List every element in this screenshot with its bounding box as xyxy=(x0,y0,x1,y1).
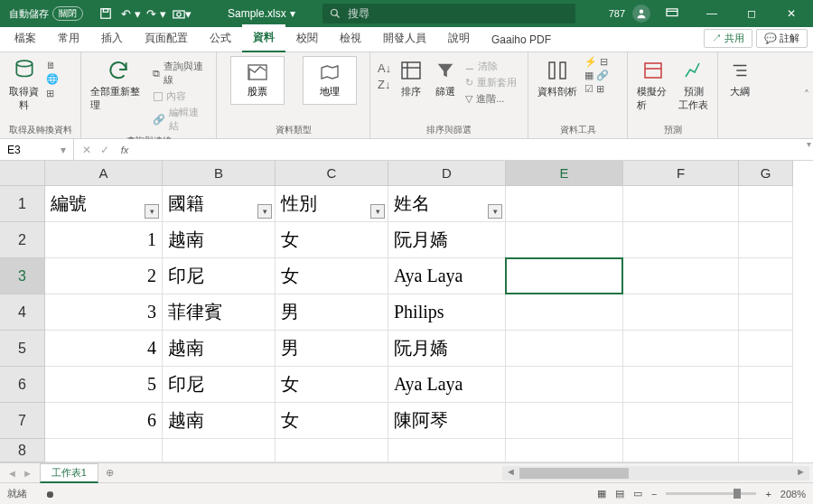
cell[interactable] xyxy=(506,439,623,462)
undo-icon[interactable]: ↶ ▾ xyxy=(121,4,141,23)
macro-record-icon[interactable]: ⏺ xyxy=(45,489,55,499)
text-to-columns[interactable]: 資料剖析 xyxy=(536,56,579,100)
user-id[interactable]: 787 xyxy=(605,8,629,19)
cell[interactable] xyxy=(506,258,623,294)
refresh-all-button[interactable]: 全部重新整理 xyxy=(89,56,147,114)
row-header[interactable]: 8 xyxy=(0,439,45,462)
cell[interactable]: 編號▾ xyxy=(45,186,163,222)
queries-connections[interactable]: ⧉ 查詢與連線 xyxy=(153,60,209,87)
cell[interactable]: 1 xyxy=(45,222,163,258)
tab-view[interactable]: 檢視 xyxy=(329,25,372,51)
cell[interactable]: 女 xyxy=(276,222,388,258)
filter-dropdown-icon[interactable]: ▾ xyxy=(257,204,272,219)
cell[interactable]: Aya Laya xyxy=(388,258,506,294)
tab-layout[interactable]: 頁面配置 xyxy=(134,25,199,51)
zoom-slider[interactable] xyxy=(666,492,756,495)
search-input[interactable]: 搜尋 xyxy=(322,4,575,23)
cell[interactable]: Philips xyxy=(388,294,506,331)
cell[interactable] xyxy=(739,439,793,462)
tab-developer[interactable]: 開發人員 xyxy=(372,25,437,51)
cell[interactable]: 印尼 xyxy=(163,367,276,403)
row-header[interactable]: 3 xyxy=(0,258,45,294)
cell[interactable] xyxy=(506,331,623,367)
col-header[interactable]: F xyxy=(623,161,739,186)
outline-button[interactable]: 大綱 xyxy=(725,56,754,100)
consolidate-icon[interactable]: ⊟ xyxy=(600,56,608,68)
avatar[interactable] xyxy=(632,5,650,23)
cell[interactable] xyxy=(506,186,623,222)
col-header[interactable]: B xyxy=(163,161,276,186)
cell[interactable] xyxy=(623,186,739,222)
tab-data[interactable]: 資料 xyxy=(242,24,285,52)
cell[interactable] xyxy=(623,367,739,403)
cell[interactable] xyxy=(163,439,276,462)
stocks-type[interactable]: 股票 xyxy=(230,56,285,105)
cell[interactable] xyxy=(276,439,388,462)
tab-review[interactable]: 校閱 xyxy=(285,25,329,51)
col-header[interactable]: D xyxy=(388,161,506,186)
from-text-icon[interactable]: 🗎 xyxy=(46,60,59,70)
sort-button[interactable]: 排序 xyxy=(397,56,425,100)
cell[interactable] xyxy=(623,439,739,462)
cell[interactable]: 性別▾ xyxy=(276,186,388,222)
maximize-button[interactable]: ◻ xyxy=(734,0,770,27)
camera-icon[interactable]: ▾ xyxy=(172,4,192,23)
cell[interactable]: 6 xyxy=(45,403,163,439)
tab-help[interactable]: 說明 xyxy=(437,25,481,51)
flash-fill-icon[interactable]: ⚡ xyxy=(584,56,597,68)
from-table-icon[interactable]: ⊞ xyxy=(46,88,59,99)
name-box[interactable]: E3▾ xyxy=(0,139,74,160)
cell[interactable]: 越南 xyxy=(163,222,276,258)
save-icon[interactable] xyxy=(96,4,116,23)
cell[interactable] xyxy=(506,403,623,439)
enter-icon[interactable]: ✓ xyxy=(98,144,112,156)
cell[interactable]: 國籍▾ xyxy=(163,186,276,222)
row-header[interactable]: 2 xyxy=(0,222,45,258)
tab-gaaiho[interactable]: Gaaiho PDF xyxy=(481,28,562,51)
col-header[interactable]: C xyxy=(276,161,388,186)
cell[interactable]: 女 xyxy=(276,367,388,403)
cell[interactable] xyxy=(506,294,623,331)
data-validation-icon[interactable]: ☑ xyxy=(584,83,593,95)
zoom-out-button[interactable]: − xyxy=(651,489,657,499)
whatif-button[interactable]: 模擬分析 xyxy=(635,56,671,114)
filter-dropdown-icon[interactable]: ▾ xyxy=(370,204,385,219)
row-header[interactable]: 7 xyxy=(0,403,45,439)
fx-icon[interactable]: fx xyxy=(116,144,130,156)
cell[interactable] xyxy=(739,294,793,331)
row-header[interactable]: 1 xyxy=(0,186,45,222)
col-header[interactable]: G xyxy=(739,161,793,186)
geo-type[interactable]: 地理 xyxy=(303,56,357,105)
zoom-in-button[interactable]: + xyxy=(765,489,771,499)
share-button[interactable]: ↗ 共用 xyxy=(704,29,752,48)
cell[interactable]: 女 xyxy=(276,258,388,294)
row-header[interactable]: 4 xyxy=(0,294,45,331)
cell[interactable] xyxy=(623,294,739,331)
filter-button[interactable]: 篩選 xyxy=(431,56,460,100)
comment-button[interactable]: 💬 註解 xyxy=(756,29,808,48)
cell[interactable]: 4 xyxy=(45,331,163,367)
tab-insert[interactable]: 插入 xyxy=(90,25,134,51)
file-name[interactable]: Sample.xlsx ▾ xyxy=(228,7,295,20)
from-web-icon[interactable]: 🌐 xyxy=(46,73,59,85)
collapse-ribbon-icon[interactable]: ˄ xyxy=(804,89,809,101)
get-data-button[interactable]: 取得資 料 xyxy=(7,56,41,114)
cell[interactable] xyxy=(623,403,739,439)
cell[interactable] xyxy=(739,222,793,258)
tab-home[interactable]: 常用 xyxy=(47,25,90,51)
prev-sheet-icon[interactable]: ◄ xyxy=(7,468,17,479)
cell[interactable] xyxy=(739,403,793,439)
row-header[interactable]: 6 xyxy=(0,367,45,403)
cell[interactable]: 2 xyxy=(45,258,163,294)
cell[interactable] xyxy=(45,439,163,462)
col-header[interactable]: A xyxy=(45,161,163,186)
ribbon-mode-icon[interactable] xyxy=(654,0,690,27)
cell[interactable] xyxy=(506,222,623,258)
cell[interactable] xyxy=(388,439,506,462)
relationships-icon[interactable]: 🔗 xyxy=(596,70,609,81)
expand-formula-icon[interactable]: ▾ xyxy=(807,139,811,149)
cell[interactable]: 5 xyxy=(45,367,163,403)
sheet-tab[interactable]: 工作表1 xyxy=(40,463,98,483)
zoom-level[interactable]: 208% xyxy=(780,489,806,499)
manage-model-icon[interactable]: ⊞ xyxy=(596,83,604,95)
